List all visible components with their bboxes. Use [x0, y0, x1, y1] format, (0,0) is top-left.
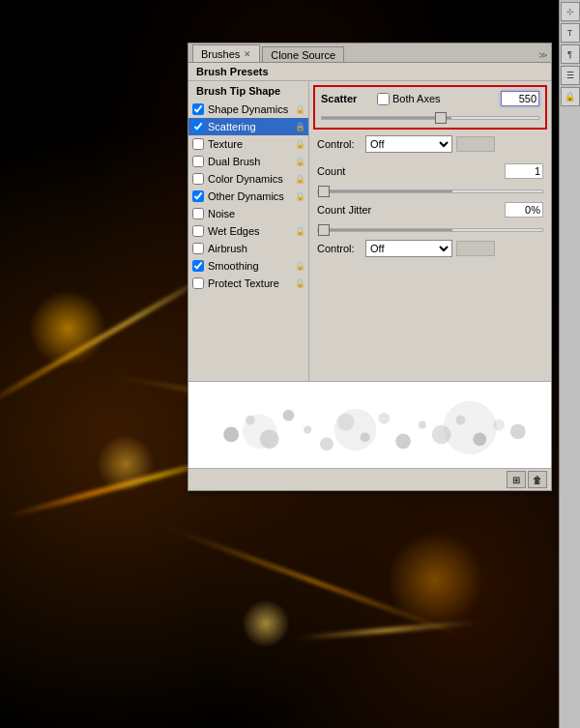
panel-tabs: Brushes ✕ Clone Source ≫ — [188, 44, 551, 63]
option-airbrush[interactable]: Airbrush — [188, 240, 308, 257]
control2-row: Control: Off — [309, 238, 551, 259]
checkbox-noise[interactable] — [192, 208, 204, 219]
lock-icon: 🔒 — [295, 104, 304, 114]
label-color-dynamics: Color Dynamics — [208, 173, 295, 185]
toolbar-btn-para[interactable]: ¶ — [561, 44, 580, 64]
lock-icon-scattering: 🔒 — [295, 122, 304, 131]
svg-point-10 — [395, 433, 411, 449]
svg-point-9 — [378, 413, 390, 424]
option-other-dynamics[interactable]: Other Dynamics 🔒 — [188, 188, 308, 205]
control2-extra — [456, 241, 495, 256]
checkbox-dual-brush[interactable] — [192, 156, 204, 167]
checkbox-other-dynamics[interactable] — [192, 190, 204, 202]
tab-brushes[interactable]: Brushes ✕ — [192, 44, 260, 62]
count-slider-row — [309, 184, 551, 195]
checkbox-color-dynamics[interactable] — [192, 173, 204, 185]
svg-point-5 — [304, 425, 311, 433]
svg-point-11 — [419, 422, 426, 429]
scatter-slider[interactable] — [321, 116, 539, 120]
control1-extra — [456, 136, 495, 152]
label-wet-edges: Wet Edges — [208, 225, 295, 237]
control2-label: Control: — [317, 243, 365, 254]
panel-content: Brush Presets Brush Tip Shape Shape Dyna… — [188, 63, 551, 490]
svg-point-6 — [320, 437, 334, 451]
both-axes-text: Both Axes — [392, 93, 441, 104]
count-jitter-row: Count Jitter — [309, 199, 551, 220]
option-noise[interactable]: Noise — [188, 205, 308, 222]
scatter-value-input[interactable] — [501, 91, 539, 106]
svg-point-4 — [283, 410, 295, 422]
toolbar-btn-grid[interactable]: ☰ — [561, 66, 580, 85]
label-texture: Texture — [208, 138, 295, 150]
tab-clone-source-label: Clone Source — [271, 49, 335, 61]
toolbar-btn-move[interactable]: ⊹ — [561, 2, 580, 21]
checkbox-shape-dynamics[interactable] — [192, 103, 204, 115]
count-jitter-slider[interactable] — [317, 228, 543, 232]
svg-point-16 — [510, 424, 526, 440]
lock-icon-dual-brush: 🔒 — [295, 157, 304, 166]
both-axes-label[interactable]: Both Axes — [377, 93, 441, 105]
lock-icon-protect-texture: 🔒 — [295, 278, 304, 288]
lock-icon-other-dynamics: 🔒 — [295, 191, 304, 201]
checkbox-airbrush[interactable] — [192, 243, 204, 254]
svg-point-1 — [223, 426, 239, 442]
control2-select[interactable]: Off — [365, 240, 452, 257]
label-dual-brush: Dual Brush — [208, 156, 295, 167]
both-axes-checkbox[interactable] — [377, 93, 390, 105]
brush-sidebar: Brush Tip Shape Shape Dynamics 🔒 Scatter… — [188, 81, 309, 381]
checkbox-smoothing[interactable] — [192, 260, 204, 272]
light-glow — [242, 599, 290, 648]
toolbar-btn-text[interactable]: T — [561, 23, 580, 43]
tab-close-icon[interactable]: ✕ — [244, 49, 251, 59]
light-glow — [29, 290, 106, 367]
lock-icon-texture: 🔒 — [295, 139, 304, 149]
count-label: Count — [317, 165, 394, 177]
tab-clone-source[interactable]: Clone Source — [262, 46, 344, 62]
count-jitter-value-input[interactable] — [505, 202, 543, 218]
count-jitter-slider-row — [309, 222, 551, 234]
option-shape-dynamics[interactable]: Shape Dynamics 🔒 — [188, 101, 308, 118]
brush-settings: Scatter Both Axes Control: — [309, 81, 551, 381]
brush-preview-canvas — [188, 382, 551, 468]
checkbox-protect-texture[interactable] — [192, 277, 204, 289]
lock-icon-smoothing: 🔒 — [295, 261, 304, 271]
panel-bottom-btn2[interactable]: 🗑 — [528, 471, 547, 488]
count-slider[interactable] — [317, 189, 543, 193]
light-glow — [387, 532, 483, 628]
count-value-input[interactable] — [505, 163, 543, 179]
lock-icon-color-dynamics: 🔒 — [295, 174, 304, 184]
checkbox-texture[interactable] — [192, 138, 204, 150]
label-airbrush: Airbrush — [208, 243, 304, 254]
option-wet-edges[interactable]: Wet Edges 🔒 — [188, 222, 308, 240]
option-smoothing[interactable]: Smoothing 🔒 — [188, 257, 308, 275]
scatter-row: Scatter Both Axes — [321, 91, 539, 106]
control1-label: Control: — [317, 138, 365, 150]
count-row: Count — [309, 160, 551, 182]
brushes-panel: Brushes ✕ Clone Source ≫ Brush Presets B… — [188, 43, 552, 491]
label-shape-dynamics: Shape Dynamics — [208, 103, 295, 115]
control1-row: Control: Off — [309, 133, 551, 155]
svg-point-18 — [444, 401, 497, 454]
count-jitter-label: Count Jitter — [317, 204, 394, 216]
panel-bottom-btn1[interactable]: ⊞ — [507, 471, 526, 488]
brush-preview-area — [188, 381, 551, 468]
panel-drag-handle[interactable]: ≫ — [538, 50, 547, 62]
control1-select[interactable]: Off — [365, 135, 452, 153]
option-texture[interactable]: Texture 🔒 — [188, 135, 308, 153]
label-scattering: Scattering — [208, 121, 295, 132]
option-protect-texture[interactable]: Protect Texture 🔒 — [188, 275, 308, 292]
option-scattering[interactable]: Scattering 🔒 — [188, 118, 308, 135]
label-other-dynamics: Other Dynamics — [208, 190, 295, 202]
tab-brushes-label: Brushes — [201, 48, 240, 60]
scatter-label: Scatter — [321, 93, 369, 104]
checkbox-wet-edges[interactable] — [192, 225, 204, 237]
option-color-dynamics[interactable]: Color Dynamics 🔒 — [188, 170, 308, 188]
brush-tip-shape-label: Brush Tip Shape — [188, 83, 308, 99]
panel-bottom: ⊞ 🗑 — [188, 468, 551, 490]
scatter-slider-container — [321, 110, 539, 122]
option-dual-brush[interactable]: Dual Brush 🔒 — [188, 153, 308, 170]
checkbox-scattering[interactable] — [192, 121, 204, 132]
toolbar-btn-lock[interactable]: 🔒 — [561, 87, 580, 106]
brush-presets-label: Brush Presets — [196, 66, 269, 77]
scatter-section: Scatter Both Axes — [313, 85, 547, 130]
